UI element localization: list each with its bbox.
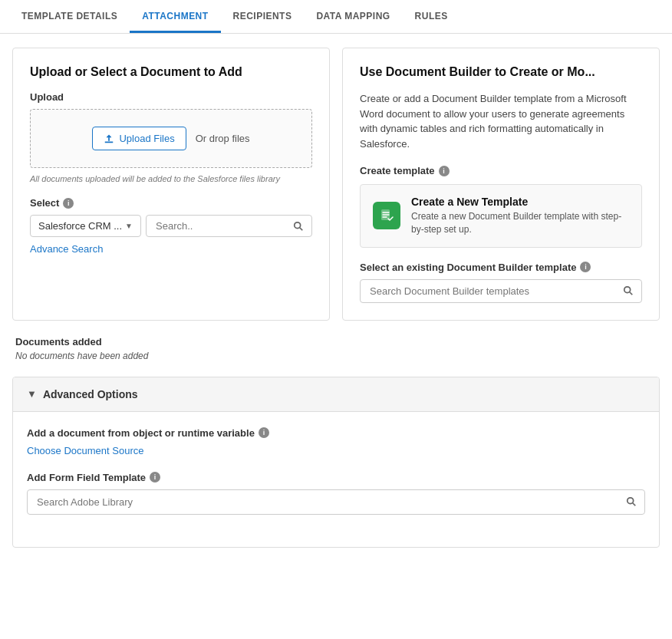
svg-point-3: [624, 287, 631, 293]
upload-arrow-icon: [104, 133, 114, 144]
select-search-input[interactable]: [153, 216, 292, 236]
upload-label: Upload: [30, 91, 312, 103]
advanced-options-section: ▼ Advanced Options Add a document from o…: [12, 377, 660, 548]
form-field-info-icon[interactable]: i: [150, 472, 160, 483]
select-search-wrap: [146, 215, 312, 237]
advanced-options-body: Add a document from object or runtime va…: [13, 412, 659, 547]
existing-template-info-icon[interactable]: i: [580, 262, 591, 272]
select-row: Salesforce CRM ... ▼: [30, 215, 312, 237]
documents-added-title: Documents added: [15, 336, 657, 347]
tabs-bar: TEMPLATE DETAILS ATTACHMENT RECIPIENTS D…: [0, 0, 672, 34]
adobe-library-search-input[interactable]: [34, 490, 624, 514]
create-template-info-icon[interactable]: i: [439, 166, 450, 176]
doc-builder-search-wrap: [360, 279, 642, 303]
advance-search-link[interactable]: Advance Search: [30, 243, 103, 255]
adobe-search-icon: [626, 496, 637, 507]
doc-icon-svg: [379, 208, 394, 223]
select-label-text: Select: [30, 197, 59, 209]
two-col-section: Upload or Select a Document to Add Uploa…: [12, 48, 660, 321]
tab-template-details[interactable]: TEMPLATE DETAILS: [9, 0, 130, 33]
dropdown-value: Salesforce CRM ...: [38, 220, 122, 232]
tab-data-mapping[interactable]: DATA MAPPING: [304, 0, 402, 33]
upload-files-label: Upload Files: [119, 133, 174, 144]
existing-template-label-text: Select an existing Document Builder temp…: [360, 262, 576, 273]
create-card-text: Create a New Template Create a new Docum…: [411, 196, 629, 236]
doc-source-info-icon[interactable]: i: [259, 427, 269, 438]
create-new-template-card[interactable]: Create a New Template Create a new Docum…: [360, 184, 642, 248]
select-search-button[interactable]: [292, 219, 305, 233]
advanced-options-title: Advanced Options: [43, 388, 138, 400]
upload-select-panel: Upload or Select a Document to Add Uploa…: [12, 48, 330, 321]
adobe-library-search-wrap: [27, 489, 645, 515]
existing-template-label: Select an existing Document Builder temp…: [360, 262, 642, 273]
document-builder-panel: Use Document Builder to Create or Mo... …: [342, 48, 660, 321]
chevron-down-icon: ▼: [27, 388, 37, 400]
select-label: Select i: [30, 197, 312, 209]
adobe-search-button[interactable]: [624, 495, 638, 509]
doc-search-icon: [623, 285, 634, 296]
upload-drop-zone[interactable]: Upload Files Or drop files: [30, 109, 312, 168]
create-template-label-text: Create template: [360, 165, 435, 176]
create-template-label: Create template i: [360, 165, 642, 176]
svg-point-5: [628, 498, 634, 504]
drop-text: Or drop files: [196, 133, 250, 144]
doc-source-label-text: Add a document from object or runtime va…: [27, 427, 255, 439]
documents-added-empty: No documents have been added: [15, 351, 657, 361]
left-panel-title: Upload or Select a Document to Add: [30, 65, 312, 79]
select-info-icon[interactable]: i: [63, 198, 74, 209]
tab-recipients[interactable]: RECIPIENTS: [221, 0, 305, 33]
form-field-label-text: Add Form Field Template: [27, 472, 146, 483]
upload-files-button[interactable]: Upload Files: [92, 127, 186, 150]
doc-source-title: Add a document from object or runtime va…: [27, 427, 645, 439]
right-panel-title: Use Document Builder to Create or Mo...: [360, 65, 642, 79]
search-icon: [293, 221, 304, 232]
main-content: Upload or Select a Document to Add Uploa…: [0, 34, 672, 562]
doc-builder-search-button[interactable]: [621, 284, 635, 298]
advanced-options-header[interactable]: ▼ Advanced Options: [13, 377, 659, 412]
form-field-section: Add Form Field Template i: [27, 472, 645, 515]
right-panel-desc: Create or add a Document Builder templat…: [360, 91, 642, 151]
svg-line-4: [630, 292, 633, 295]
doc-builder-search-input[interactable]: [367, 280, 621, 302]
svg-line-6: [633, 503, 636, 506]
documents-added-section: Documents added No documents have been a…: [12, 336, 660, 361]
form-field-title: Add Form Field Template i: [27, 472, 645, 483]
dropdown-arrow-icon: ▼: [125, 222, 133, 230]
create-card-desc: Create a new Document Builder template w…: [411, 210, 629, 236]
choose-document-source-link[interactable]: Choose Document Source: [27, 445, 143, 456]
salesforce-crm-dropdown[interactable]: Salesforce CRM ... ▼: [30, 215, 141, 237]
svg-point-0: [295, 222, 301, 228]
svg-line-1: [300, 227, 303, 230]
create-card-title: Create a New Template: [411, 196, 629, 208]
tab-attachment[interactable]: ATTACHMENT: [130, 0, 220, 33]
upload-note: All documents uploaded will be added to …: [30, 174, 312, 183]
tab-rules[interactable]: RULES: [403, 0, 460, 33]
doc-source-section: Add a document from object or runtime va…: [27, 427, 645, 456]
doc-builder-icon: [373, 202, 400, 229]
